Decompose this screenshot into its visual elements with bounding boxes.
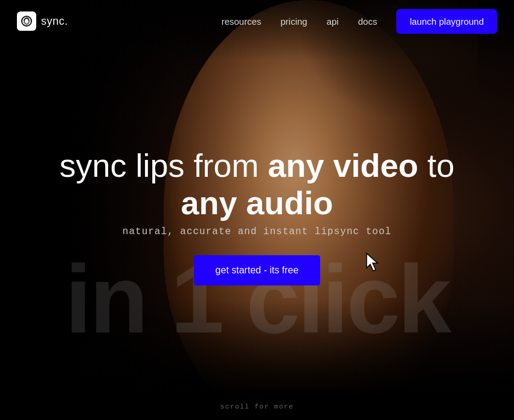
- sync-logo-svg: [21, 15, 33, 27]
- logo-icon: [17, 11, 36, 31]
- hero-content: sync lips from any video to any audio na…: [0, 0, 514, 420]
- nav-link-pricing[interactable]: pricing: [281, 16, 307, 27]
- hero-subtext: natural, accurate and instant lipsync to…: [123, 226, 391, 237]
- nav-link-resources[interactable]: resources: [222, 16, 262, 27]
- hero-headline: sync lips from any video to any audio: [46, 147, 469, 221]
- headline-part2: to: [419, 147, 455, 183]
- logo-text: sync.: [41, 15, 68, 28]
- scroll-hint: scroll for more: [220, 403, 294, 410]
- headline-part1: sync lips from: [59, 147, 268, 183]
- launch-playground-button[interactable]: launch playground: [396, 9, 497, 34]
- nav-link-docs[interactable]: docs: [358, 16, 377, 27]
- headline-bold1: any video: [268, 147, 418, 183]
- nav-links: resources pricing api docs launch playgr…: [222, 9, 497, 34]
- logo-area[interactable]: sync.: [17, 11, 68, 31]
- navbar: sync. resources pricing api docs launch …: [0, 0, 514, 42]
- get-started-button[interactable]: get started - its free: [194, 255, 321, 285]
- headline-bold2: any audio: [181, 185, 333, 221]
- nav-link-api[interactable]: api: [327, 16, 339, 27]
